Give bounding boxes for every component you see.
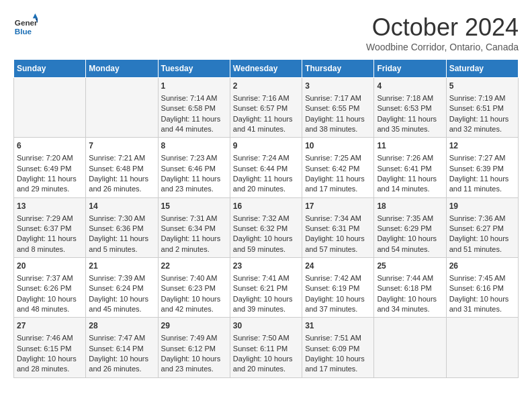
day-info: Sunrise: 7:17 AM — [305, 93, 371, 103]
day-info: Sunset: 6:29 PM — [377, 224, 443, 234]
calendar-cell: 2Sunrise: 7:16 AMSunset: 6:57 PMDaylight… — [230, 78, 302, 138]
day-number: 10 — [305, 140, 371, 152]
calendar-cell: 20Sunrise: 7:37 AMSunset: 6:26 PMDayligh… — [14, 258, 86, 318]
day-info: Daylight: 10 hours and 45 minutes. — [89, 294, 154, 315]
day-info: Sunset: 6:19 PM — [305, 283, 371, 293]
day-info: Daylight: 11 hours and 8 minutes. — [17, 234, 83, 255]
day-number: 17 — [305, 201, 371, 212]
day-info: Daylight: 11 hours and 23 minutes. — [161, 174, 227, 195]
day-number: 12 — [449, 140, 515, 152]
day-number: 15 — [161, 201, 227, 212]
day-info: Daylight: 10 hours and 39 minutes. — [233, 294, 299, 315]
day-info: Sunrise: 7:51 AM — [305, 333, 371, 343]
day-info: Sunset: 6:57 PM — [233, 103, 299, 113]
day-number: 24 — [305, 261, 371, 272]
calendar-cell: 25Sunrise: 7:44 AMSunset: 6:18 PMDayligh… — [374, 258, 446, 318]
weekday-header-thursday: Thursday — [302, 60, 374, 78]
day-info: Daylight: 11 hours and 17 minutes. — [305, 174, 371, 195]
day-info: Sunset: 6:15 PM — [17, 344, 83, 354]
day-number: 13 — [17, 201, 83, 212]
calendar-cell: 3Sunrise: 7:17 AMSunset: 6:55 PMDaylight… — [302, 78, 374, 138]
day-info: Sunrise: 7:21 AM — [89, 153, 154, 163]
day-info: Daylight: 10 hours and 37 minutes. — [305, 294, 371, 315]
day-info: Daylight: 11 hours and 11 minutes. — [449, 174, 515, 195]
day-info: Sunset: 6:49 PM — [17, 164, 83, 174]
day-info: Sunset: 6:16 PM — [449, 283, 515, 293]
day-info: Sunset: 6:09 PM — [305, 344, 371, 354]
day-info: Sunset: 6:39 PM — [449, 164, 515, 174]
day-info: Sunrise: 7:49 AM — [161, 333, 227, 343]
calendar-table: SundayMondayTuesdayWednesdayThursdayFrid… — [13, 59, 519, 378]
day-info: Sunset: 6:46 PM — [161, 164, 227, 174]
calendar-cell: 13Sunrise: 7:29 AMSunset: 6:37 PMDayligh… — [14, 197, 86, 257]
calendar-cell: 8Sunrise: 7:23 AMSunset: 6:46 PMDaylight… — [158, 138, 230, 197]
day-info: Sunrise: 7:45 AM — [449, 273, 515, 283]
calendar-cell: 21Sunrise: 7:39 AMSunset: 6:24 PMDayligh… — [86, 258, 158, 318]
day-info: Sunset: 6:37 PM — [17, 224, 83, 234]
day-info: Sunrise: 7:16 AM — [233, 93, 299, 103]
day-info: Sunrise: 7:44 AM — [377, 273, 443, 283]
calendar-cell: 5Sunrise: 7:19 AMSunset: 6:51 PMDaylight… — [446, 78, 518, 138]
day-info: Sunset: 6:18 PM — [377, 283, 443, 293]
day-info: Sunrise: 7:35 AM — [377, 214, 443, 224]
day-number: 20 — [17, 261, 83, 272]
day-number: 3 — [305, 81, 371, 92]
calendar-cell: 15Sunrise: 7:31 AMSunset: 6:34 PMDayligh… — [158, 197, 230, 257]
day-info: Sunrise: 7:18 AM — [377, 93, 443, 103]
calendar-cell: 14Sunrise: 7:30 AMSunset: 6:36 PMDayligh… — [86, 197, 158, 257]
day-info: Sunrise: 7:31 AM — [161, 214, 227, 224]
weekday-header-tuesday: Tuesday — [158, 60, 230, 78]
day-info: Sunset: 6:31 PM — [305, 224, 371, 234]
calendar-cell: 6Sunrise: 7:20 AMSunset: 6:49 PMDaylight… — [14, 138, 86, 197]
calendar-week-row: 13Sunrise: 7:29 AMSunset: 6:37 PMDayligh… — [14, 197, 519, 257]
day-info: Daylight: 10 hours and 23 minutes. — [161, 354, 227, 375]
calendar-cell: 7Sunrise: 7:21 AMSunset: 6:48 PMDaylight… — [86, 138, 158, 197]
calendar-cell — [86, 78, 158, 138]
day-info: Sunrise: 7:40 AM — [161, 273, 227, 283]
day-number: 28 — [89, 320, 154, 332]
calendar-cell: 1Sunrise: 7:14 AMSunset: 6:58 PMDaylight… — [158, 78, 230, 138]
day-number: 29 — [161, 320, 227, 332]
day-info: Daylight: 10 hours and 31 minutes. — [449, 294, 515, 315]
day-info: Sunrise: 7:23 AM — [161, 153, 227, 163]
day-info: Sunset: 6:32 PM — [233, 224, 299, 234]
location: Woodbine Corridor, Ontario, Canada — [366, 42, 519, 52]
day-info: Sunrise: 7:24 AM — [233, 153, 299, 163]
day-info: Sunrise: 7:42 AM — [305, 273, 371, 283]
day-info: Sunrise: 7:34 AM — [305, 214, 371, 224]
calendar-cell: 11Sunrise: 7:26 AMSunset: 6:41 PMDayligh… — [374, 138, 446, 197]
day-number: 16 — [233, 201, 299, 212]
day-info: Sunrise: 7:50 AM — [233, 333, 299, 343]
day-info: Daylight: 11 hours and 41 minutes. — [233, 114, 299, 135]
day-info: Sunset: 6:11 PM — [233, 344, 299, 354]
calendar-cell: 30Sunrise: 7:50 AMSunset: 6:11 PMDayligh… — [230, 318, 302, 377]
day-info: Daylight: 10 hours and 20 minutes. — [233, 354, 299, 375]
calendar-cell — [374, 318, 446, 377]
day-info: Daylight: 11 hours and 14 minutes. — [377, 174, 443, 195]
calendar-cell: 22Sunrise: 7:40 AMSunset: 6:23 PMDayligh… — [158, 258, 230, 318]
day-number: 23 — [233, 261, 299, 272]
logo-icon: General Blue — [13, 13, 38, 38]
day-info: Sunset: 6:53 PM — [377, 103, 443, 113]
calendar-cell: 17Sunrise: 7:34 AMSunset: 6:31 PMDayligh… — [302, 197, 374, 257]
day-info: Sunrise: 7:37 AM — [17, 273, 83, 283]
day-info: Daylight: 11 hours and 5 minutes. — [89, 234, 154, 255]
day-info: Sunset: 6:41 PM — [377, 164, 443, 174]
day-info: Sunset: 6:58 PM — [161, 103, 227, 113]
calendar-cell: 26Sunrise: 7:45 AMSunset: 6:16 PMDayligh… — [446, 258, 518, 318]
day-number: 4 — [377, 81, 443, 92]
day-info: Sunrise: 7:29 AM — [17, 214, 83, 224]
day-info: Sunset: 6:44 PM — [233, 164, 299, 174]
calendar-week-row: 1Sunrise: 7:14 AMSunset: 6:58 PMDaylight… — [14, 78, 519, 138]
day-info: Sunrise: 7:25 AM — [305, 153, 371, 163]
day-info: Daylight: 10 hours and 17 minutes. — [305, 354, 371, 375]
day-info: Daylight: 10 hours and 51 minutes. — [449, 234, 515, 255]
day-number: 7 — [89, 140, 154, 152]
month-title: October 2024 — [366, 13, 519, 42]
day-info: Sunrise: 7:46 AM — [17, 333, 83, 343]
calendar-cell: 28Sunrise: 7:47 AMSunset: 6:14 PMDayligh… — [86, 318, 158, 377]
svg-text:Blue: Blue — [15, 27, 32, 36]
day-info: Sunrise: 7:36 AM — [449, 214, 515, 224]
day-info: Sunrise: 7:41 AM — [233, 273, 299, 283]
day-info: Daylight: 10 hours and 54 minutes. — [377, 234, 443, 255]
